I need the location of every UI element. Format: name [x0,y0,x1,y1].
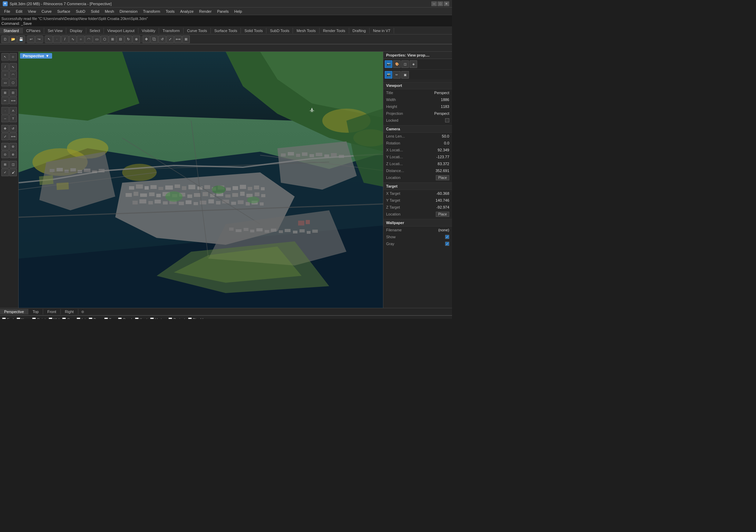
lt-select2-btn[interactable]: ⊹ [9,53,17,61]
lt-arc-btn[interactable]: ◠ [9,71,17,79]
snap-end[interactable]: End [2,318,14,319]
toolbar-tab-set-view[interactable]: Set View [44,28,66,33]
menu-item-tools[interactable]: Tools [163,9,177,14]
snap-point[interactable]: Point [32,318,46,319]
lt-text-btn[interactable]: T [9,115,17,122]
snap-disable-checkbox[interactable] [188,318,192,319]
minimize-button[interactable]: ─ [431,1,437,6]
snap-tan[interactable]: Tan [104,318,115,319]
menu-item-panels[interactable]: Panels [214,9,232,14]
panel-tab-snap[interactable]: ◈ [410,60,417,68]
menu-item-view[interactable]: View [25,9,39,14]
tb-save-btn[interactable]: 💾 [17,36,25,43]
lt-annotate-btn[interactable]: A [9,107,17,114]
tb-surf-btn[interactable]: ⊞ [109,36,116,43]
panel-tab-material[interactable]: 🎨 [393,60,401,68]
toolbar-tab-curve-tools[interactable]: Curve Tools [184,28,211,33]
snap-quad[interactable]: Quad [118,318,132,319]
snap-tan-checkbox[interactable] [104,318,108,319]
snap-mid-checkbox[interactable] [49,318,52,319]
snap-knot-checkbox[interactable] [135,318,139,319]
lt-boolsub-btn[interactable]: ⊖ [9,143,17,150]
toolbar-tab-visibility[interactable]: Visibility [138,28,159,33]
tb-bool-btn[interactable]: ⊕ [132,36,140,43]
tb-rotate-btn[interactable]: ↺ [158,36,166,43]
cam-location-place-btn[interactable]: Place [436,175,449,180]
snap-end-checkbox[interactable] [2,318,6,319]
vp-tab-front[interactable]: Front [43,309,61,314]
snap-mid[interactable]: Mid [49,318,60,319]
menu-item-file[interactable]: File [1,9,13,14]
tb-array-btn[interactable]: ⊠ [182,36,190,43]
toolbar-tab-display[interactable]: Display [66,28,86,33]
tb-extr-btn[interactable]: ⊟ [117,36,124,43]
toolbar-tab-new-in-v7[interactable]: New in V7 [370,28,394,33]
lt-curve-btn[interactable]: ∿ [9,63,17,71]
lt-grid-btn[interactable]: ⊞ [1,161,9,168]
tb-poly-btn[interactable]: ⬡ [101,36,108,43]
snap-vertex-checkbox[interactable] [150,318,154,319]
snap-cen[interactable]: Cen [62,318,74,319]
menu-item-analyze[interactable]: Analyze [177,9,196,14]
tb-rev-btn[interactable]: ↻ [125,36,132,43]
vp-tab-top[interactable]: Top [28,309,43,314]
viewport[interactable]: Perspective ▼ [19,52,383,308]
snap-perp-checkbox[interactable] [89,318,92,319]
toolbar-tab-subd-tools[interactable]: SubD Tools [266,28,293,33]
snap-perp[interactable]: Perp [89,318,101,319]
wp-show-checkbox[interactable]: ✓ [445,235,449,239]
tb-redo-btn[interactable]: ↪ [35,36,43,43]
lt-layer-btn[interactable]: ◫ [9,161,17,168]
command-input[interactable] [32,21,451,26]
toolbar-tab-surface-tools[interactable]: Surface Tools [211,28,241,33]
maximize-button[interactable]: □ [438,1,443,6]
lt-surf-btn[interactable]: ⊞ [1,89,9,97]
tb-mirror-btn[interactable]: ⟺ [174,36,182,43]
snap-disable[interactable]: Disable [188,318,206,319]
vp-tab-add[interactable]: ⊕ [78,309,87,315]
snap-point-checkbox[interactable] [32,318,36,319]
menu-item-mesh[interactable]: Mesh [102,9,117,14]
tb-scale-btn[interactable]: ⤢ [166,36,174,43]
panel-cam-icon1[interactable]: 📸 [385,71,392,79]
lt-move-btn[interactable]: ✥ [1,125,9,132]
panel-cam-icon2[interactable]: ✏ [393,71,401,79]
tb-point-btn[interactable]: · [53,36,61,43]
tgt-location-place-btn[interactable]: Place [436,212,449,217]
tb-move-btn[interactable]: ✥ [143,36,150,43]
close-button[interactable]: ✕ [444,1,449,6]
lt-paint-btn[interactable]: 🖌 [9,169,17,176]
tb-line-btn[interactable]: / [61,36,69,43]
lt-point-btn[interactable]: · [1,107,9,114]
lt-gumball-btn[interactable]: ⊛ [9,151,17,158]
snap-int[interactable]: Int [77,318,86,319]
panel-tab-display[interactable]: ◫ [401,60,409,68]
vp-locked-checkbox[interactable] [445,118,449,122]
lt-check-btn[interactable]: ✓ [1,169,9,176]
menu-item-dimension[interactable]: Dimension [117,9,140,14]
toolbar-tab-select[interactable]: Select [86,28,104,33]
snap-knot[interactable]: Knot [135,318,148,319]
tb-curve-btn[interactable]: ∿ [69,36,77,43]
toolbar-tab-viewport-layout[interactable]: Viewport Layout [104,28,138,33]
tb-undo-btn[interactable]: ↩ [27,36,35,43]
snap-near[interactable]: Near [17,318,30,319]
tb-rect-btn[interactable]: ▭ [93,36,100,43]
lt-select-btn[interactable]: ↖ [1,53,9,61]
toolbar-tab-solid-tools[interactable]: Solid Tools [241,28,266,33]
lt-nurbs-btn[interactable]: ⊟ [9,89,17,97]
snap-cen-checkbox[interactable] [62,318,66,319]
snap-int-checkbox[interactable] [77,318,80,319]
menu-item-transform[interactable]: Transform [140,9,163,14]
toolbar-tab-render-tools[interactable]: Render Tools [320,28,349,33]
panel-tab-camera[interactable]: 📷 [385,60,392,68]
toolbar-tab-cplanes[interactable]: CPlanes [23,28,45,33]
tb-copy-btn[interactable]: ⿻ [150,36,158,43]
vp-tab-right[interactable]: Right [61,309,78,314]
lt-bool-btn[interactable]: ⊕ [1,143,9,150]
toolbar-tab-drafting[interactable]: Drafting [349,28,370,33]
menu-item-curve[interactable]: Curve [39,9,54,14]
snap-project[interactable]: Project [168,318,185,319]
lt-mirror-btn[interactable]: ⟺ [9,133,17,140]
lt-trim-btn[interactable]: ✂ [1,97,9,104]
